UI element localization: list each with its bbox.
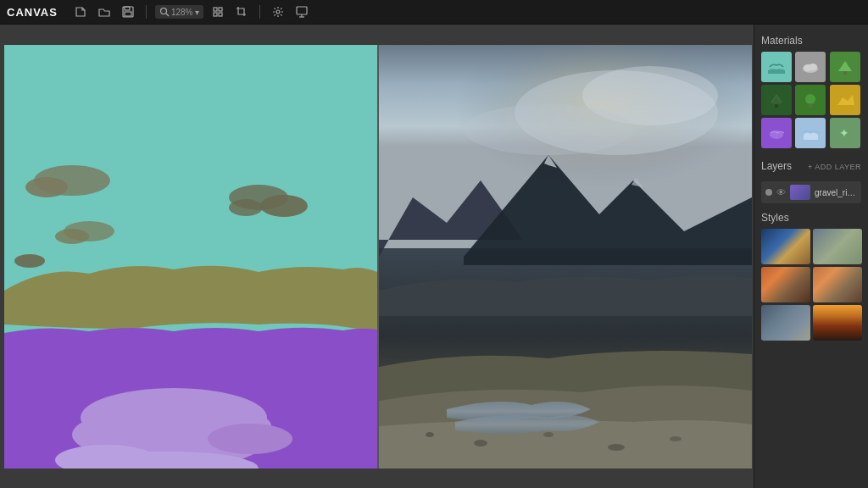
material-forest-bright[interactable]	[830, 52, 860, 82]
svg-point-3	[160, 8, 166, 14]
crop-button[interactable]	[232, 3, 251, 21]
svg-point-40	[670, 436, 682, 441]
material-water-deep[interactable]	[761, 118, 792, 148]
svg-point-44	[809, 64, 817, 70]
svg-rect-1	[125, 7, 130, 10]
svg-point-38	[543, 432, 554, 437]
svg-point-18	[229, 199, 263, 216]
svg-text:✦: ✦	[839, 126, 849, 140]
fit-screen-button[interactable]	[209, 3, 227, 21]
svg-point-41	[426, 432, 434, 437]
layers-section: Layers + ADD LAYER 👁 gravel_river	[761, 157, 861, 203]
export-button[interactable]	[292, 3, 311, 21]
svg-rect-7	[214, 13, 217, 16]
separator-2	[259, 5, 260, 19]
styles-grid	[761, 229, 861, 341]
svg-point-9	[276, 10, 280, 14]
material-tree[interactable]	[795, 85, 826, 115]
zoom-level: 128%	[171, 8, 193, 17]
svg-line-4	[166, 14, 169, 16]
sidebar: Materials	[754, 25, 868, 488]
layers-title: Layers	[761, 160, 792, 172]
layer-eye-icon[interactable]: 👁	[776, 187, 786, 197]
style-tile-night-canyon[interactable]	[761, 229, 810, 264]
svg-point-29	[208, 424, 292, 454]
svg-point-50	[805, 94, 815, 104]
material-sparkle[interactable]: ✦	[830, 118, 860, 148]
svg-point-35	[464, 104, 633, 155]
svg-rect-46	[843, 71, 847, 75]
materials-title: Materials	[761, 35, 861, 47]
style-tile-golden-sunset[interactable]	[813, 305, 862, 341]
materials-grid: ✦	[761, 52, 861, 148]
layers-header: Layers + ADD LAYER	[761, 157, 861, 177]
svg-point-20	[55, 229, 89, 244]
style-tile-mountain-dusk[interactable]	[761, 305, 810, 341]
material-cloud[interactable]	[795, 52, 826, 82]
app-title: CANVAS	[7, 6, 58, 19]
settings-button[interactable]	[269, 3, 287, 21]
styles-title: Styles	[761, 212, 861, 224]
svg-point-39	[608, 444, 625, 451]
style-tile-forest-mist[interactable]	[813, 229, 862, 264]
segmentation-svg	[4, 45, 377, 469]
svg-marker-45	[838, 61, 852, 71]
segmentation-panel[interactable]	[4, 45, 377, 469]
material-light-water[interactable]	[795, 118, 826, 148]
style-tile-warm-canyon[interactable]	[813, 267, 862, 302]
styles-section: Styles	[761, 212, 861, 341]
save-button[interactable]	[119, 3, 137, 21]
material-sky[interactable]	[761, 52, 792, 82]
add-layer-button[interactable]: + ADD LAYER	[808, 163, 861, 171]
style-tile-desert-sunset[interactable]	[761, 267, 810, 302]
svg-rect-49	[775, 104, 778, 108]
layer-name: gravel_river	[815, 188, 857, 197]
svg-rect-8	[219, 13, 222, 16]
svg-rect-2	[125, 12, 131, 16]
new-file-button[interactable]	[71, 3, 90, 21]
svg-point-37	[474, 440, 487, 446]
rendered-photo	[379, 45, 752, 469]
svg-rect-5	[214, 8, 217, 11]
separator-1	[146, 5, 147, 19]
open-file-button[interactable]	[95, 3, 114, 21]
materials-section: Materials	[761, 35, 861, 148]
svg-rect-6	[219, 8, 222, 11]
main-area: Materials	[0, 25, 868, 488]
material-terrain[interactable]	[830, 85, 860, 115]
topbar: CANVAS 128% ▾	[0, 0, 868, 25]
layer-thumbnail	[790, 185, 810, 200]
photo-panel[interactable]	[379, 45, 752, 469]
svg-point-15	[25, 177, 68, 197]
svg-point-21	[14, 254, 45, 268]
zoom-control[interactable]: 128% ▾	[155, 5, 203, 19]
svg-point-17	[260, 195, 308, 217]
zoom-dropdown-icon: ▾	[195, 8, 199, 17]
svg-rect-10	[297, 7, 307, 14]
canvas-area[interactable]	[0, 25, 754, 488]
layer-visibility-dot	[765, 189, 772, 196]
layer-item-gravel-river[interactable]: 👁 gravel_river	[761, 181, 861, 203]
material-dark-forest[interactable]	[761, 85, 792, 115]
canvas-panels	[4, 45, 750, 469]
svg-rect-51	[809, 103, 812, 108]
